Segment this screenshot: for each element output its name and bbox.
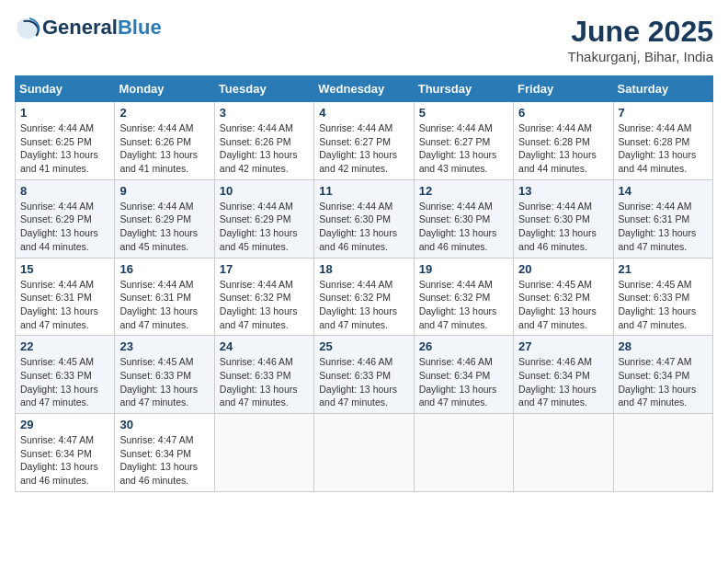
- day-info: Sunrise: 4:44 AMSunset: 6:31 PMDaylight:…: [619, 201, 697, 252]
- table-row: 5 Sunrise: 4:44 AMSunset: 6:27 PMDayligh…: [414, 102, 513, 180]
- day-info: Sunrise: 4:44 AMSunset: 6:31 PMDaylight:…: [119, 279, 198, 330]
- day-number: 3: [220, 106, 309, 120]
- day-info: Sunrise: 4:47 AMSunset: 6:34 PMDaylight:…: [619, 356, 697, 408]
- table-row: 8 Sunrise: 4:44 AMSunset: 6:29 PMDayligh…: [16, 179, 115, 258]
- day-info: Sunrise: 4:45 AMSunset: 6:32 PMDaylight:…: [518, 279, 597, 330]
- day-info: Sunrise: 4:44 AMSunset: 6:27 PMDaylight:…: [419, 122, 497, 174]
- col-tuesday: Tuesday: [214, 76, 313, 102]
- table-row: [314, 414, 414, 492]
- table-row: 27 Sunrise: 4:46 AMSunset: 6:34 PMDaylig…: [514, 336, 613, 414]
- day-number: 30: [119, 418, 209, 431]
- day-number: 22: [20, 339, 109, 353]
- day-number: 18: [319, 262, 408, 276]
- day-info: Sunrise: 4:45 AMSunset: 6:33 PMDaylight:…: [119, 356, 198, 408]
- table-row: 25 Sunrise: 4:46 AMSunset: 6:33 PMDaylig…: [314, 336, 414, 414]
- day-info: Sunrise: 4:44 AMSunset: 6:30 PMDaylight:…: [419, 201, 497, 252]
- table-row: 16 Sunrise: 4:44 AMSunset: 6:31 PMDaylig…: [115, 258, 214, 336]
- calendar-week-row: 22 Sunrise: 4:45 AMSunset: 6:33 PMDaylig…: [16, 336, 713, 414]
- logo-text: GeneralBlue: [42, 16, 162, 40]
- col-friday: Friday: [514, 76, 613, 102]
- day-info: Sunrise: 4:44 AMSunset: 6:29 PMDaylight:…: [220, 201, 298, 252]
- day-info: Sunrise: 4:44 AMSunset: 6:30 PMDaylight:…: [319, 201, 397, 252]
- day-info: Sunrise: 4:47 AMSunset: 6:34 PMDaylight:…: [20, 434, 98, 486]
- day-number: 14: [619, 184, 708, 198]
- table-row: 29 Sunrise: 4:47 AMSunset: 6:34 PMDaylig…: [16, 414, 115, 492]
- table-row: 20 Sunrise: 4:45 AMSunset: 6:32 PMDaylig…: [514, 258, 613, 336]
- day-number: 11: [319, 184, 408, 198]
- table-row: 17 Sunrise: 4:44 AMSunset: 6:32 PMDaylig…: [214, 258, 313, 336]
- day-info: Sunrise: 4:46 AMSunset: 6:34 PMDaylight:…: [419, 356, 497, 408]
- col-monday: Monday: [115, 76, 214, 102]
- day-number: 17: [220, 262, 309, 276]
- day-info: Sunrise: 4:45 AMSunset: 6:33 PMDaylight:…: [20, 356, 98, 408]
- col-wednesday: Wednesday: [314, 76, 414, 102]
- day-info: Sunrise: 4:44 AMSunset: 6:26 PMDaylight:…: [119, 122, 198, 174]
- calendar-week-row: 29 Sunrise: 4:47 AMSunset: 6:34 PMDaylig…: [16, 414, 713, 492]
- day-info: Sunrise: 4:45 AMSunset: 6:33 PMDaylight:…: [619, 279, 697, 330]
- day-number: 5: [419, 106, 508, 120]
- day-info: Sunrise: 4:44 AMSunset: 6:29 PMDaylight:…: [119, 201, 198, 252]
- table-row: 19 Sunrise: 4:44 AMSunset: 6:32 PMDaylig…: [414, 258, 513, 336]
- day-number: 26: [419, 339, 508, 353]
- calendar-header-row: Sunday Monday Tuesday Wednesday Thursday…: [16, 76, 713, 102]
- day-number: 9: [119, 184, 209, 198]
- location: Thakurganj, Bihar, India: [568, 49, 713, 64]
- day-number: 4: [319, 106, 408, 120]
- logo: GeneralBlue: [15, 15, 162, 40]
- table-row: 6 Sunrise: 4:44 AMSunset: 6:28 PMDayligh…: [514, 102, 613, 180]
- day-number: 15: [20, 262, 109, 276]
- calendar-week-row: 1 Sunrise: 4:44 AMSunset: 6:25 PMDayligh…: [16, 102, 713, 180]
- table-row: 23 Sunrise: 4:45 AMSunset: 6:33 PMDaylig…: [115, 336, 214, 414]
- day-info: Sunrise: 4:44 AMSunset: 6:32 PMDaylight:…: [220, 279, 298, 330]
- table-row: 21 Sunrise: 4:45 AMSunset: 6:33 PMDaylig…: [613, 258, 712, 336]
- calendar-week-row: 8 Sunrise: 4:44 AMSunset: 6:29 PMDayligh…: [16, 179, 713, 258]
- col-sunday: Sunday: [16, 76, 115, 102]
- page-header: GeneralBlue June 2025 Thakurganj, Bihar,…: [15, 15, 713, 64]
- day-info: Sunrise: 4:44 AMSunset: 6:26 PMDaylight:…: [220, 122, 298, 174]
- calendar-table: Sunday Monday Tuesday Wednesday Thursday…: [15, 75, 713, 492]
- day-info: Sunrise: 4:47 AMSunset: 6:34 PMDaylight:…: [119, 434, 198, 486]
- table-row: 10 Sunrise: 4:44 AMSunset: 6:29 PMDaylig…: [214, 179, 313, 258]
- col-saturday: Saturday: [613, 76, 712, 102]
- table-row: 1 Sunrise: 4:44 AMSunset: 6:25 PMDayligh…: [16, 102, 115, 180]
- table-row: 13 Sunrise: 4:44 AMSunset: 6:30 PMDaylig…: [514, 179, 613, 258]
- day-number: 23: [119, 339, 209, 353]
- col-thursday: Thursday: [414, 76, 513, 102]
- day-info: Sunrise: 4:44 AMSunset: 6:28 PMDaylight:…: [518, 122, 597, 174]
- table-row: 12 Sunrise: 4:44 AMSunset: 6:30 PMDaylig…: [414, 179, 513, 258]
- day-number: 20: [518, 262, 608, 276]
- table-row: [514, 414, 613, 492]
- day-number: 8: [20, 184, 109, 198]
- day-number: 21: [619, 262, 708, 276]
- day-number: 27: [518, 339, 608, 353]
- day-number: 25: [319, 339, 408, 353]
- day-number: 7: [619, 106, 708, 120]
- table-row: 28 Sunrise: 4:47 AMSunset: 6:34 PMDaylig…: [613, 336, 712, 414]
- day-number: 2: [119, 106, 209, 120]
- table-row: [414, 414, 513, 492]
- day-info: Sunrise: 4:46 AMSunset: 6:33 PMDaylight:…: [319, 356, 397, 408]
- day-info: Sunrise: 4:44 AMSunset: 6:29 PMDaylight:…: [20, 201, 98, 252]
- table-row: [214, 414, 313, 492]
- day-number: 13: [518, 184, 608, 198]
- day-info: Sunrise: 4:44 AMSunset: 6:32 PMDaylight:…: [419, 279, 497, 330]
- day-number: 28: [619, 339, 708, 353]
- calendar-week-row: 15 Sunrise: 4:44 AMSunset: 6:31 PMDaylig…: [16, 258, 713, 336]
- table-row: 7 Sunrise: 4:44 AMSunset: 6:28 PMDayligh…: [613, 102, 712, 180]
- day-number: 1: [20, 106, 109, 120]
- day-info: Sunrise: 4:44 AMSunset: 6:31 PMDaylight:…: [20, 279, 98, 330]
- day-info: Sunrise: 4:44 AMSunset: 6:25 PMDaylight:…: [20, 122, 98, 174]
- day-info: Sunrise: 4:44 AMSunset: 6:28 PMDaylight:…: [619, 122, 697, 174]
- logo-icon: [15, 15, 40, 40]
- table-row: 2 Sunrise: 4:44 AMSunset: 6:26 PMDayligh…: [115, 102, 214, 180]
- table-row: 30 Sunrise: 4:47 AMSunset: 6:34 PMDaylig…: [115, 414, 214, 492]
- day-info: Sunrise: 4:44 AMSunset: 6:30 PMDaylight:…: [518, 201, 597, 252]
- day-info: Sunrise: 4:46 AMSunset: 6:33 PMDaylight:…: [220, 356, 298, 408]
- day-number: 12: [419, 184, 508, 198]
- table-row: 9 Sunrise: 4:44 AMSunset: 6:29 PMDayligh…: [115, 179, 214, 258]
- title-block: June 2025 Thakurganj, Bihar, India: [568, 15, 713, 64]
- day-info: Sunrise: 4:46 AMSunset: 6:34 PMDaylight:…: [518, 356, 597, 408]
- day-info: Sunrise: 4:44 AMSunset: 6:32 PMDaylight:…: [319, 279, 397, 330]
- day-number: 6: [518, 106, 608, 120]
- table-row: 26 Sunrise: 4:46 AMSunset: 6:34 PMDaylig…: [414, 336, 513, 414]
